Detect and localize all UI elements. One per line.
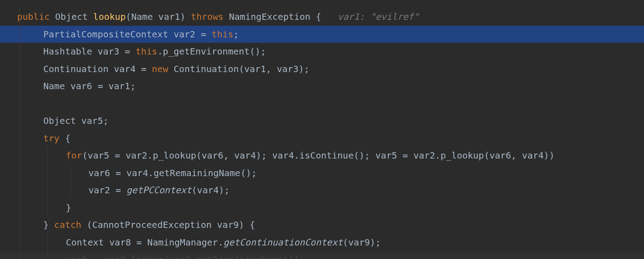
- code-text: } catch (CannotProceedException var9) {: [17, 219, 255, 230]
- code-line[interactable]: try {: [0, 130, 644, 147]
- code-text: public Object lookup(Name var1) throws N…: [17, 11, 321, 22]
- code-text: }: [17, 202, 71, 213]
- code-editor[interactable]: public Object lookup(Name var1) throws N…: [0, 0, 644, 259]
- code-line[interactable]: [0, 95, 644, 113]
- code-text: var2 = getPCContext(var4);: [17, 185, 230, 195]
- code-line-highlighted[interactable]: PartialCompositeContext var2 = this;: [0, 26, 644, 43]
- code-text: var6 = var4.getRemainingName();: [17, 168, 257, 178]
- code-line[interactable]: var6 = var4.getRemainingName();: [0, 164, 644, 182]
- code-line[interactable]: Continuation var4 = new Continuation(var…: [0, 60, 644, 78]
- code-text: PartialCompositeContext var2 = this;: [17, 29, 239, 40]
- code-line[interactable]: } catch (CannotProceedException var9) {: [0, 216, 644, 234]
- code-text: [17, 98, 43, 109]
- code-text: Context var8 = NamingManager.getContinua…: [17, 237, 381, 248]
- code-text: try {: [17, 133, 70, 144]
- code-text: Continuation var4 = new Continuation(var…: [17, 64, 309, 74]
- code-line[interactable]: Object var5;: [0, 112, 644, 130]
- inline-parameter-hint: var1: "evilref": [321, 11, 419, 22]
- code-line[interactable]: }: [0, 199, 644, 217]
- code-line[interactable]: Context var8 = NamingManager.getContinua…: [0, 234, 644, 251]
- code-line[interactable]: Hashtable var3 = this.p_getEnvironment()…: [0, 43, 644, 60]
- code-text: Hashtable var3 = this.p_getEnvironment()…: [17, 46, 266, 57]
- horizontal-scrollbar[interactable]: [0, 253, 644, 259]
- code-line[interactable]: for(var5 = var2.p_lookup(var6, var4); va…: [0, 147, 644, 164]
- code-line[interactable]: var2 = getPCContext(var4);: [0, 182, 644, 199]
- code-text: for(var5 = var2.p_lookup(var6, var4); va…: [17, 150, 560, 161]
- code-line[interactable]: public Object lookup(Name var1) throws N…: [0, 8, 644, 26]
- code-line[interactable]: Name var6 = var1;: [0, 77, 644, 95]
- code-text: Name var6 = var1;: [17, 81, 136, 91]
- code-text: Object var5;: [17, 115, 109, 126]
